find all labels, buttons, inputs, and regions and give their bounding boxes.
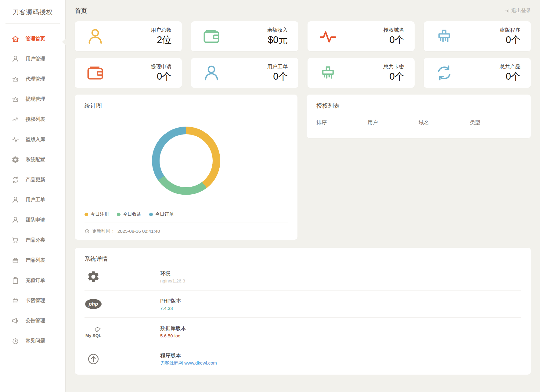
wallet-icon xyxy=(86,63,105,82)
mysql-logo: My SQL xyxy=(85,325,102,338)
sidebar-item-withdraw-management[interactable]: 提现管理 xyxy=(0,89,65,109)
stat-label: 用户总数 xyxy=(151,27,171,33)
chart-legend: 今日注册 今日收益 今日订单 xyxy=(85,211,288,222)
topbar: 首页 退出登录 xyxy=(66,0,540,21)
pulse-icon xyxy=(11,135,20,144)
system-row-database-version: My SQL 数据库版本 5.6.50-log xyxy=(85,318,521,345)
trend-chart-icon xyxy=(11,115,20,124)
system-row-value: 5.6.50-log xyxy=(160,333,186,338)
system-details-panel: 系统详情 环境 nginx/1.26.3 php PHP版本 7.4.33 xyxy=(75,248,531,375)
stat-label: 总共卡密 xyxy=(383,64,404,70)
sidebar-item-admin-home[interactable]: 管理首页 xyxy=(0,29,65,49)
user-icon xyxy=(202,63,221,82)
sidebar-item-label: 公告管理 xyxy=(26,318,45,324)
system-row-label: 程序版本 xyxy=(160,352,217,359)
sidebar-item-label: 系统配置 xyxy=(26,156,45,163)
content: 用户总数 2位 余额收入 $0元 授权域名 0个 盗版程序 0个 xyxy=(66,21,540,375)
user-icon xyxy=(11,216,20,224)
sidebar-item-product-list[interactable]: 产品列表 xyxy=(0,250,65,270)
program-version-link[interactable]: 刀客源码网 www.dkewl.com xyxy=(160,360,217,366)
sidebar-item-announcement-management[interactable]: 公告管理 xyxy=(0,311,65,331)
brush-icon xyxy=(435,27,454,46)
stat-value: 2位 xyxy=(157,34,171,45)
stat-label: 授权域名 xyxy=(383,27,404,33)
stat-card-balance-income: 余额收入 $0元 xyxy=(191,21,298,51)
cart-icon xyxy=(11,236,20,244)
legend-item-today-registrations[interactable]: 今日注册 xyxy=(85,211,109,217)
stat-card-authorized-domains: 授权域名 0个 xyxy=(308,21,415,51)
clock-icon xyxy=(85,228,90,234)
sidebar-item-label: 常见问题 xyxy=(26,338,45,344)
sidebar-item-label: 用户管理 xyxy=(26,56,45,62)
sidebar-menu: 管理首页 用户管理 代理管理 提现管理 授权列表 盗版入库 xyxy=(0,23,65,351)
sidebar-item-label: 盗版入库 xyxy=(26,136,45,143)
stat-label: 余额收入 xyxy=(267,27,288,33)
stat-label: 用户工单 xyxy=(267,64,288,70)
sidebar-item-faq[interactable]: 常见问题 xyxy=(0,331,65,351)
auth-list-panel: 授权列表 排序 用户 域名 类型 xyxy=(307,95,531,138)
stopwatch-icon xyxy=(11,337,20,345)
gear-icon xyxy=(11,156,20,164)
gear-icon xyxy=(85,270,102,283)
home-icon xyxy=(11,35,20,43)
sidebar-item-team-application[interactable]: 团队申请 xyxy=(0,210,65,230)
system-row-label: 环境 xyxy=(160,270,185,277)
sidebar-item-label: 团队申请 xyxy=(26,217,45,223)
system-row-label: PHP版本 xyxy=(160,297,181,304)
column-header-type: 类型 xyxy=(470,119,521,126)
system-row-value: nginx/1.26.3 xyxy=(160,278,185,283)
sidebar-item-agent-management[interactable]: 代理管理 xyxy=(0,69,65,89)
legend-item-today-revenue[interactable]: 今日收益 xyxy=(117,211,141,217)
sidebar-item-system-config[interactable]: 系统配置 xyxy=(0,149,65,170)
middle-row: 统计图 今日注册 今日收益 xyxy=(75,95,531,240)
sidebar-item-product-category[interactable]: 产品分类 xyxy=(0,230,65,250)
sidebar-item-product-update[interactable]: 产品更新 xyxy=(0,170,65,190)
main-area: 首页 退出登录 用户总数 2位 余额收入 $0元 xyxy=(66,0,540,392)
sidebar-item-label: 代理管理 xyxy=(26,76,45,82)
stat-value: 0个 xyxy=(506,71,520,82)
sidebar-item-auth-list[interactable]: 授权列表 xyxy=(0,109,65,129)
legend-dot xyxy=(117,213,121,216)
user-icon xyxy=(11,55,20,63)
stat-value: $0元 xyxy=(268,34,288,45)
sidebar-item-label: 产品列表 xyxy=(26,257,45,264)
legend-label: 今日收益 xyxy=(123,211,141,217)
column-header-domain: 域名 xyxy=(419,119,470,126)
sidebar-item-pirate-inbound[interactable]: 盗版入库 xyxy=(0,129,65,149)
system-row-program-version: 程序版本 刀客源码网 www.dkewl.com xyxy=(85,345,521,373)
statistics-chart-panel: 统计图 今日注册 今日收益 xyxy=(75,95,297,240)
sidebar-item-user-tickets[interactable]: 用户工单 xyxy=(0,190,65,210)
chart-panel-title: 统计图 xyxy=(85,102,288,110)
legend-item-today-orders[interactable]: 今日订单 xyxy=(149,211,174,217)
sidebar-item-label: 产品更新 xyxy=(26,177,45,183)
donut-hole xyxy=(160,134,213,187)
sidebar-item-label: 管理首页 xyxy=(26,36,45,42)
page: 刀客源码授权 管理首页 用户管理 代理管理 提现管理 授权列表 xyxy=(0,0,540,392)
logout-button[interactable]: 退出登录 xyxy=(504,8,531,14)
bag-icon xyxy=(11,256,20,264)
brush-icon xyxy=(11,297,20,305)
logout-label: 退出登录 xyxy=(511,8,531,14)
column-header-user: 用户 xyxy=(368,119,419,126)
stat-card-total-users: 用户总数 2位 xyxy=(75,21,182,51)
auth-table-header: 排序 用户 域名 类型 xyxy=(316,119,521,126)
column-header-sort: 排序 xyxy=(316,119,368,126)
auth-panel-title: 授权列表 xyxy=(316,102,521,110)
donut-chart xyxy=(152,127,220,195)
stat-cards: 用户总数 2位 余额收入 $0元 授权域名 0个 盗版程序 0个 xyxy=(75,21,531,88)
system-row-environment: 环境 nginx/1.26.3 xyxy=(85,263,521,290)
user-icon xyxy=(11,196,20,204)
wallet-icon xyxy=(202,27,221,46)
sidebar-item-recharge-orders[interactable]: 充值订单 xyxy=(0,270,65,290)
stat-label: 总共产品 xyxy=(500,64,520,70)
refresh-icon xyxy=(435,63,454,82)
sidebar-item-user-management[interactable]: 用户管理 xyxy=(0,49,65,69)
megaphone-icon xyxy=(11,317,20,325)
sidebar-item-card-key-management[interactable]: 卡密管理 xyxy=(0,290,65,311)
stat-card-withdraw-requests: 提现申请 0个 xyxy=(75,58,182,88)
sidebar-item-label: 卡密管理 xyxy=(26,297,45,304)
stat-card-user-tickets: 用户工单 0个 xyxy=(191,58,298,88)
brush-icon xyxy=(319,63,337,82)
stat-value: 0个 xyxy=(390,71,404,82)
logout-icon xyxy=(504,8,510,14)
